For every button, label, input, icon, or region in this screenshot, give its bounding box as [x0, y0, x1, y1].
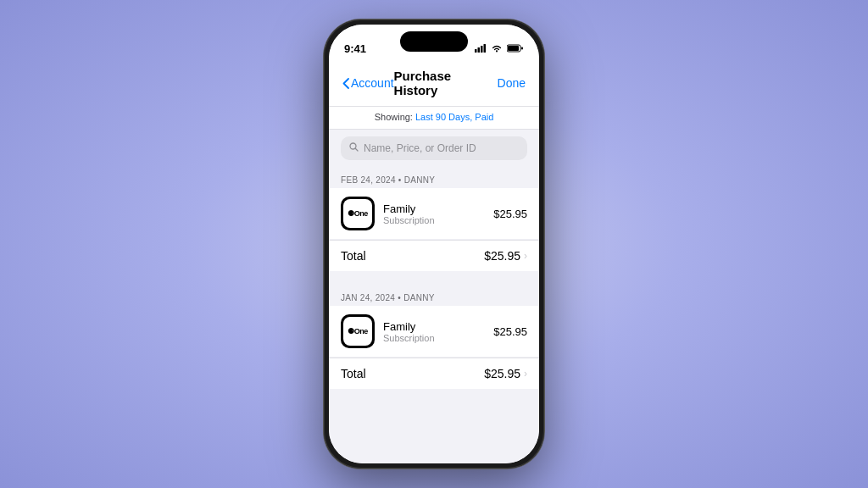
- back-chevron-icon: [342, 78, 349, 89]
- item-price-2: $25.95: [493, 325, 527, 338]
- total-right-2: $25.95 ›: [484, 367, 527, 380]
- svg-rect-1: [478, 47, 481, 53]
- dynamic-island: [400, 31, 468, 52]
- apple-one-inner-2: ⚈One: [343, 317, 372, 346]
- search-container: Name, Price, or Order ID: [329, 130, 539, 167]
- status-bar: 9:41: [329, 25, 539, 62]
- search-icon: [349, 142, 359, 154]
- item-name: Family: [383, 202, 493, 215]
- section-header-1: FEB 24, 2024 • Danny: [329, 167, 539, 188]
- filter-link[interactable]: Last 90 Days, Paid: [415, 112, 493, 122]
- svg-rect-2: [481, 46, 483, 53]
- apple-one-inner: ⚈One: [343, 199, 372, 228]
- svg-rect-6: [508, 46, 519, 51]
- search-placeholder: Name, Price, or Order ID: [364, 142, 476, 154]
- item-info: Family Subscription: [383, 202, 493, 225]
- apple-one-icon: ⚈One: [341, 197, 375, 230]
- total-label-2: Total: [341, 367, 366, 380]
- status-time: 9:41: [344, 42, 366, 55]
- page-title: Purchase History: [394, 69, 498, 97]
- item-subtitle-2: Subscription: [383, 333, 493, 343]
- search-bar[interactable]: Name, Price, or Order ID: [341, 136, 527, 160]
- svg-rect-7: [521, 47, 523, 50]
- purchase-history-list: FEB 24, 2024 • Danny ⚈One Family Subscri…: [329, 167, 539, 463]
- section-header-2: JAN 24, 2024 • Danny: [329, 285, 539, 306]
- svg-rect-0: [475, 49, 477, 53]
- wifi-icon: [491, 44, 503, 53]
- phone-screen: 9:41: [329, 25, 539, 463]
- section-2-card: ⚈One Family Subscription $25.95 Total $2…: [329, 306, 539, 389]
- list-item[interactable]: ⚈One Family Subscription $25.95: [329, 306, 539, 358]
- status-icons: [475, 44, 524, 53]
- total-price-1: $25.95: [484, 249, 520, 263]
- total-row-2[interactable]: Total $25.95 ›: [329, 358, 539, 389]
- apple-one-label-2: ⚈One: [348, 327, 368, 336]
- section-1-card: ⚈One Family Subscription $25.95 Total $2…: [329, 188, 539, 271]
- apple-one-icon-2: ⚈One: [341, 314, 375, 348]
- svg-line-9: [356, 149, 359, 152]
- total-label-1: Total: [341, 249, 366, 263]
- navigation-bar: Account Purchase History Done: [329, 62, 539, 107]
- back-button[interactable]: Account: [342, 76, 394, 90]
- item-info-2: Family Subscription: [383, 320, 493, 343]
- filter-subheader: Showing: Last 90 Days, Paid: [329, 107, 539, 130]
- svg-rect-3: [484, 44, 487, 53]
- signal-icon: [475, 44, 487, 53]
- apple-one-label: ⚈One: [348, 209, 368, 218]
- phone-frame: 9:41: [324, 19, 544, 469]
- showing-prefix: Showing:: [375, 112, 415, 122]
- item-name-2: Family: [383, 320, 493, 333]
- total-price-2: $25.95: [484, 367, 520, 380]
- item-price: $25.95: [493, 208, 527, 220]
- done-button[interactable]: Done: [498, 76, 526, 90]
- back-label: Account: [351, 76, 394, 90]
- battery-icon: [507, 44, 524, 53]
- chevron-right-icon-2: ›: [524, 368, 527, 380]
- section-gap: [329, 271, 539, 285]
- total-row-1[interactable]: Total $25.95 ›: [329, 240, 539, 271]
- total-right-1: $25.95 ›: [484, 249, 527, 263]
- chevron-right-icon-1: ›: [524, 250, 527, 262]
- item-subtitle: Subscription: [383, 215, 493, 225]
- svg-point-8: [350, 143, 356, 149]
- list-item[interactable]: ⚈One Family Subscription $25.95: [329, 188, 539, 240]
- svg-point-4: [496, 51, 498, 53]
